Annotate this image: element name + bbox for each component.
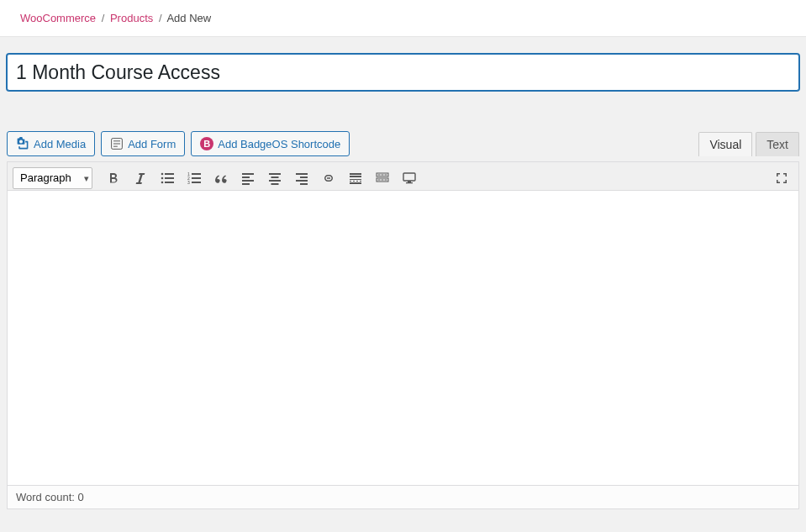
svg-rect-9 bbox=[165, 182, 174, 183]
svg-rect-26 bbox=[296, 180, 308, 182]
bold-button[interactable] bbox=[102, 166, 125, 190]
svg-rect-36 bbox=[378, 179, 381, 180]
quote-icon bbox=[213, 170, 229, 187]
add-media-button[interactable]: Add Media bbox=[7, 131, 95, 156]
word-count-label: Word count: bbox=[16, 491, 77, 503]
tab-text[interactable]: Text bbox=[756, 132, 799, 156]
distraction-free-button[interactable] bbox=[398, 166, 421, 190]
insert-link-button[interactable] bbox=[317, 166, 340, 190]
breadcrumb-separator: / bbox=[102, 12, 105, 24]
svg-rect-13 bbox=[192, 173, 201, 175]
blockquote-button[interactable] bbox=[209, 166, 233, 190]
insert-more-button[interactable] bbox=[344, 166, 367, 190]
svg-rect-30 bbox=[350, 182, 361, 184]
svg-rect-17 bbox=[242, 176, 250, 178]
align-right-icon bbox=[293, 170, 310, 187]
monitor-icon bbox=[401, 170, 418, 187]
media-buttons-row: Add Media Add Form B Add BadgeOS Shortco… bbox=[7, 131, 350, 156]
align-right-button[interactable] bbox=[290, 166, 313, 190]
badge-icon: B bbox=[200, 137, 213, 150]
more-tag-icon bbox=[347, 170, 364, 187]
add-form-button[interactable]: Add Form bbox=[101, 131, 185, 156]
svg-rect-16 bbox=[242, 173, 254, 175]
italic-button[interactable] bbox=[129, 166, 152, 190]
svg-rect-33 bbox=[382, 174, 384, 175]
svg-rect-18 bbox=[242, 180, 254, 182]
svg-point-4 bbox=[161, 172, 164, 175]
svg-rect-28 bbox=[350, 173, 361, 175]
svg-rect-40 bbox=[408, 181, 411, 182]
link-icon bbox=[320, 170, 337, 187]
align-center-button[interactable] bbox=[263, 166, 287, 190]
svg-text:3: 3 bbox=[187, 180, 190, 185]
breadcrumb-woo[interactable]: WooCommerce bbox=[20, 12, 96, 24]
italic-icon bbox=[132, 170, 149, 187]
tab-visual[interactable]: Visual bbox=[698, 132, 752, 156]
align-left-button[interactable] bbox=[236, 166, 260, 190]
svg-rect-8 bbox=[165, 177, 174, 179]
form-icon bbox=[110, 137, 124, 150]
format-select[interactable]: Paragraph bbox=[13, 167, 92, 189]
numbered-list-button[interactable]: 123 bbox=[182, 166, 206, 190]
editor-block: Add Media Add Form B Add BadgeOS Shortco… bbox=[7, 131, 799, 509]
bullet-list-button[interactable] bbox=[155, 166, 179, 190]
svg-rect-29 bbox=[350, 176, 361, 177]
svg-rect-7 bbox=[165, 173, 174, 175]
add-media-label: Add Media bbox=[34, 138, 86, 150]
editor-canvas[interactable] bbox=[8, 191, 798, 485]
svg-rect-24 bbox=[296, 173, 308, 175]
svg-rect-21 bbox=[271, 176, 279, 178]
editor-tabs: Visual Text bbox=[695, 132, 799, 156]
svg-rect-41 bbox=[406, 182, 413, 183]
breadcrumb-products[interactable]: Products bbox=[110, 12, 153, 24]
svg-rect-14 bbox=[192, 177, 201, 179]
status-bar: Word count: 0 bbox=[8, 485, 798, 508]
toolbar-toggle-icon bbox=[374, 170, 391, 187]
bullet-list-icon bbox=[159, 170, 176, 187]
breadcrumb-separator: / bbox=[159, 12, 162, 24]
word-count-value: 0 bbox=[77, 491, 83, 503]
add-badgeos-button[interactable]: B Add BadgeOS Shortcode bbox=[191, 131, 350, 156]
align-left-icon bbox=[240, 170, 256, 187]
editor-toolbar: Paragraph 123 bbox=[8, 162, 798, 191]
svg-rect-15 bbox=[192, 182, 201, 183]
add-badgeos-label: Add BadgeOS Shortcode bbox=[218, 138, 340, 150]
svg-rect-19 bbox=[242, 183, 250, 185]
svg-rect-34 bbox=[385, 174, 387, 175]
fullscreen-icon bbox=[773, 170, 790, 187]
svg-rect-22 bbox=[269, 180, 281, 182]
add-form-label: Add Form bbox=[128, 138, 176, 150]
svg-point-6 bbox=[161, 181, 164, 183]
svg-rect-25 bbox=[300, 176, 308, 178]
breadcrumb-current: Add New bbox=[166, 12, 211, 24]
product-title-input[interactable] bbox=[7, 54, 799, 91]
numbered-list-icon: 123 bbox=[186, 170, 203, 187]
bold-icon bbox=[105, 170, 122, 187]
svg-rect-39 bbox=[403, 173, 415, 181]
svg-point-5 bbox=[161, 176, 164, 179]
svg-rect-32 bbox=[378, 174, 381, 175]
fullscreen-button[interactable] bbox=[770, 166, 793, 190]
svg-rect-23 bbox=[271, 183, 279, 185]
toolbar-toggle-button[interactable] bbox=[371, 166, 394, 190]
svg-rect-20 bbox=[269, 173, 281, 175]
svg-rect-27 bbox=[300, 183, 308, 185]
svg-rect-38 bbox=[385, 179, 387, 180]
svg-rect-37 bbox=[382, 179, 384, 180]
media-icon bbox=[16, 137, 29, 150]
align-center-icon bbox=[266, 170, 283, 187]
editor-container: Paragraph 123 bbox=[7, 161, 799, 509]
breadcrumb: WooCommerce / Products / Add New bbox=[0, 0, 806, 37]
